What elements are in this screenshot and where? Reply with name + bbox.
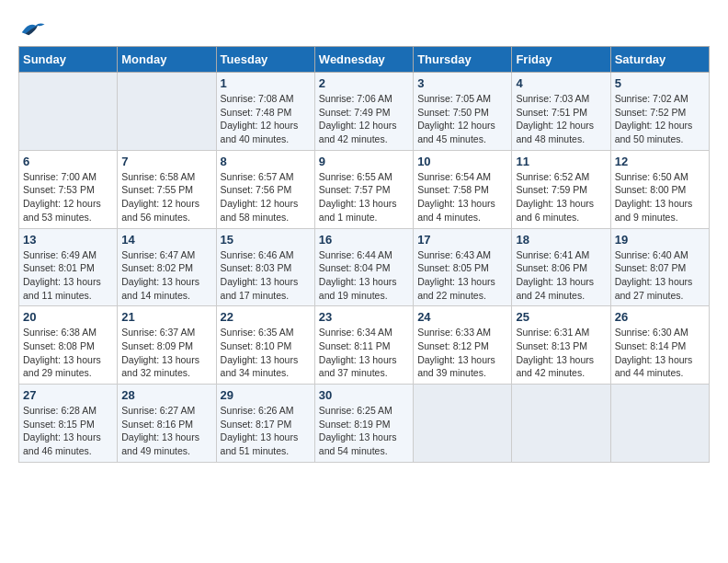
week-row-4: 20Sunrise: 6:38 AM Sunset: 8:08 PM Dayli…	[19, 306, 710, 385]
day-detail: Sunrise: 6:40 AM Sunset: 8:07 PM Dayligh…	[615, 248, 705, 303]
day-number: 6	[23, 155, 113, 168]
calendar-cell: 18Sunrise: 6:41 AM Sunset: 8:06 PM Dayli…	[512, 228, 610, 306]
day-number: 26	[615, 310, 705, 324]
calendar-cell: 28Sunrise: 6:27 AM Sunset: 8:16 PM Dayli…	[118, 385, 216, 463]
calendar-cell: 5Sunrise: 7:02 AM Sunset: 7:52 PM Daylig…	[610, 73, 709, 151]
day-number: 14	[121, 233, 211, 247]
calendar-cell: 16Sunrise: 6:44 AM Sunset: 8:04 PM Dayli…	[314, 228, 413, 306]
weekday-header-tuesday: Tuesday	[216, 47, 314, 73]
day-number: 3	[417, 76, 507, 90]
day-number: 23	[319, 310, 409, 324]
weekday-header-row: SundayMondayTuesdayWednesdayThursdayFrid…	[19, 47, 710, 73]
day-detail: Sunrise: 6:43 AM Sunset: 8:05 PM Dayligh…	[417, 248, 507, 303]
calendar-cell: 22Sunrise: 6:35 AM Sunset: 8:10 PM Dayli…	[216, 306, 314, 385]
day-number: 2	[319, 76, 409, 90]
day-detail: Sunrise: 6:26 AM Sunset: 8:17 PM Dayligh…	[221, 404, 311, 458]
calendar-table: SundayMondayTuesdayWednesdayThursdayFrid…	[18, 46, 710, 463]
calendar-cell: 8Sunrise: 6:57 AM Sunset: 7:56 PM Daylig…	[216, 150, 314, 228]
day-number: 11	[516, 155, 606, 168]
week-row-2: 6Sunrise: 7:00 AM Sunset: 7:53 PM Daylig…	[19, 150, 710, 228]
day-detail: Sunrise: 7:03 AM Sunset: 7:51 PM Dayligh…	[516, 92, 606, 146]
day-detail: Sunrise: 6:35 AM Sunset: 8:10 PM Dayligh…	[221, 326, 311, 380]
calendar-cell: 24Sunrise: 6:33 AM Sunset: 8:12 PM Dayli…	[414, 306, 512, 385]
calendar-cell	[512, 385, 610, 463]
day-detail: Sunrise: 6:33 AM Sunset: 8:12 PM Dayligh…	[417, 326, 507, 380]
calendar-cell: 15Sunrise: 6:46 AM Sunset: 8:03 PM Dayli…	[216, 228, 314, 306]
day-number: 12	[615, 155, 705, 168]
weekday-header-monday: Monday	[118, 47, 216, 73]
calendar-cell: 12Sunrise: 6:50 AM Sunset: 8:00 PM Dayli…	[610, 150, 709, 228]
day-number: 17	[417, 233, 507, 247]
day-detail: Sunrise: 6:58 AM Sunset: 7:55 PM Dayligh…	[121, 170, 211, 224]
day-detail: Sunrise: 6:30 AM Sunset: 8:14 PM Dayligh…	[615, 326, 705, 380]
calendar-cell: 25Sunrise: 6:31 AM Sunset: 8:13 PM Dayli…	[512, 306, 610, 385]
day-number: 27	[23, 388, 113, 402]
calendar-cell: 9Sunrise: 6:55 AM Sunset: 7:57 PM Daylig…	[314, 150, 413, 228]
day-detail: Sunrise: 6:57 AM Sunset: 7:56 PM Dayligh…	[221, 170, 311, 224]
calendar-cell: 6Sunrise: 7:00 AM Sunset: 7:53 PM Daylig…	[19, 150, 118, 228]
day-detail: Sunrise: 6:28 AM Sunset: 8:15 PM Dayligh…	[23, 404, 113, 458]
day-detail: Sunrise: 6:31 AM Sunset: 8:13 PM Dayligh…	[516, 326, 606, 380]
day-number: 4	[516, 76, 606, 90]
day-detail: Sunrise: 7:02 AM Sunset: 7:52 PM Dayligh…	[615, 92, 705, 146]
week-row-3: 13Sunrise: 6:49 AM Sunset: 8:01 PM Dayli…	[19, 228, 710, 306]
calendar-cell: 7Sunrise: 6:58 AM Sunset: 7:55 PM Daylig…	[118, 150, 216, 228]
day-detail: Sunrise: 6:25 AM Sunset: 8:19 PM Dayligh…	[319, 404, 409, 458]
calendar-cell: 23Sunrise: 6:34 AM Sunset: 8:11 PM Dayli…	[314, 306, 413, 385]
weekday-header-sunday: Sunday	[19, 47, 118, 73]
week-row-5: 27Sunrise: 6:28 AM Sunset: 8:15 PM Dayli…	[19, 385, 710, 463]
day-detail: Sunrise: 6:54 AM Sunset: 7:58 PM Dayligh…	[417, 170, 507, 224]
day-number: 19	[615, 233, 705, 247]
day-detail: Sunrise: 6:52 AM Sunset: 7:59 PM Dayligh…	[516, 170, 606, 224]
calendar-cell: 19Sunrise: 6:40 AM Sunset: 8:07 PM Dayli…	[610, 228, 709, 306]
day-number: 5	[615, 76, 705, 90]
day-number: 16	[319, 233, 409, 247]
calendar-cell: 1Sunrise: 7:08 AM Sunset: 7:48 PM Daylig…	[216, 73, 314, 151]
calendar-cell	[118, 73, 216, 151]
day-number: 20	[23, 310, 113, 324]
day-number: 29	[221, 388, 311, 402]
day-detail: Sunrise: 6:49 AM Sunset: 8:01 PM Dayligh…	[23, 248, 113, 303]
calendar-cell: 21Sunrise: 6:37 AM Sunset: 8:09 PM Dayli…	[118, 306, 216, 385]
calendar-cell: 26Sunrise: 6:30 AM Sunset: 8:14 PM Dayli…	[610, 306, 709, 385]
day-number: 7	[121, 155, 211, 168]
day-detail: Sunrise: 6:41 AM Sunset: 8:06 PM Dayligh…	[516, 248, 606, 303]
calendar-cell: 3Sunrise: 7:05 AM Sunset: 7:50 PM Daylig…	[414, 73, 512, 151]
day-detail: Sunrise: 6:37 AM Sunset: 8:09 PM Dayligh…	[121, 326, 211, 380]
calendar-cell: 20Sunrise: 6:38 AM Sunset: 8:08 PM Dayli…	[19, 306, 118, 385]
day-number: 15	[221, 233, 311, 247]
day-detail: Sunrise: 6:55 AM Sunset: 7:57 PM Dayligh…	[319, 170, 409, 224]
weekday-header-thursday: Thursday	[414, 47, 512, 73]
day-number: 28	[121, 388, 211, 402]
calendar-cell: 27Sunrise: 6:28 AM Sunset: 8:15 PM Dayli…	[19, 385, 118, 463]
day-number: 10	[417, 155, 507, 168]
week-row-1: 1Sunrise: 7:08 AM Sunset: 7:48 PM Daylig…	[19, 73, 710, 151]
day-detail: Sunrise: 6:46 AM Sunset: 8:03 PM Dayligh…	[221, 248, 311, 303]
day-detail: Sunrise: 7:05 AM Sunset: 7:50 PM Dayligh…	[417, 92, 507, 146]
calendar-cell: 11Sunrise: 6:52 AM Sunset: 7:59 PM Dayli…	[512, 150, 610, 228]
day-number: 9	[319, 155, 409, 168]
calendar-cell: 30Sunrise: 6:25 AM Sunset: 8:19 PM Dayli…	[314, 385, 413, 463]
day-detail: Sunrise: 6:47 AM Sunset: 8:02 PM Dayligh…	[121, 248, 211, 303]
calendar-cell: 10Sunrise: 6:54 AM Sunset: 7:58 PM Dayli…	[414, 150, 512, 228]
day-number: 1	[221, 76, 311, 90]
day-number: 8	[221, 155, 311, 168]
calendar-cell: 17Sunrise: 6:43 AM Sunset: 8:05 PM Dayli…	[414, 228, 512, 306]
day-detail: Sunrise: 6:44 AM Sunset: 8:04 PM Dayligh…	[319, 248, 409, 303]
calendar-cell: 13Sunrise: 6:49 AM Sunset: 8:01 PM Dayli…	[19, 228, 118, 306]
day-detail: Sunrise: 7:00 AM Sunset: 7:53 PM Dayligh…	[23, 170, 113, 224]
day-number: 21	[121, 310, 211, 324]
logo-icon	[18, 18, 46, 37]
day-detail: Sunrise: 7:08 AM Sunset: 7:48 PM Dayligh…	[221, 92, 311, 146]
day-number: 13	[23, 233, 113, 247]
day-number: 22	[221, 310, 311, 324]
weekday-header-saturday: Saturday	[610, 47, 709, 73]
calendar-cell: 29Sunrise: 6:26 AM Sunset: 8:17 PM Dayli…	[216, 385, 314, 463]
logo	[18, 18, 50, 37]
day-number: 18	[516, 233, 606, 247]
page-header	[18, 18, 710, 37]
day-detail: Sunrise: 6:34 AM Sunset: 8:11 PM Dayligh…	[319, 326, 409, 380]
calendar-cell: 2Sunrise: 7:06 AM Sunset: 7:49 PM Daylig…	[314, 73, 413, 151]
calendar-cell	[414, 385, 512, 463]
day-detail: Sunrise: 7:06 AM Sunset: 7:49 PM Dayligh…	[319, 92, 409, 146]
